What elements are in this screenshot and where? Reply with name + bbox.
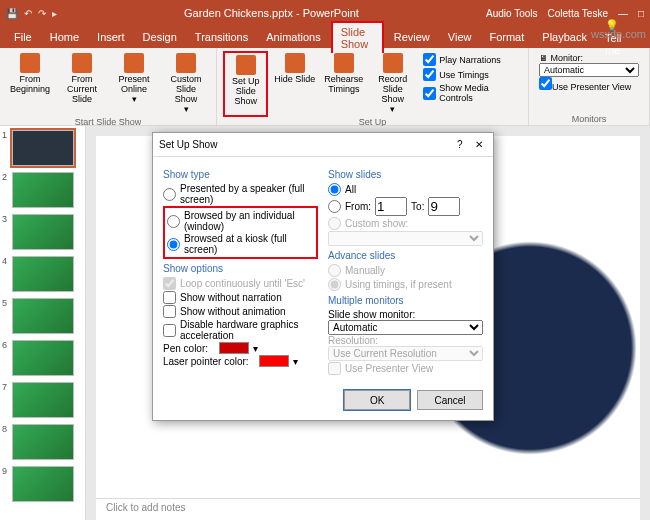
thumbnail[interactable]: 1 <box>4 130 81 166</box>
tab-home[interactable]: Home <box>42 28 87 46</box>
show-type-heading: Show type <box>163 169 318 180</box>
thumbnail[interactable]: 2 <box>4 172 81 208</box>
tab-insert[interactable]: Insert <box>89 28 133 46</box>
opt-all-slides[interactable]: All <box>328 183 483 196</box>
from-input[interactable] <box>375 197 407 216</box>
tab-format[interactable]: Format <box>481 28 532 46</box>
from-current-button[interactable]: From Current Slide <box>58 51 106 117</box>
opt-custom-show: Custom show: <box>328 217 483 230</box>
set-up-slide-show-button[interactable]: Set Up Slide Show <box>223 51 268 117</box>
group-label: Monitors <box>535 114 643 124</box>
opt-disable-hw[interactable]: Disable hardware graphics acceleration <box>163 319 318 341</box>
to-input[interactable] <box>428 197 460 216</box>
opt-no-narration[interactable]: Show without narration <box>163 291 318 304</box>
from-beginning-icon <box>20 53 40 73</box>
dialog-titlebar: Set Up Show ? ✕ <box>153 133 493 157</box>
quick-access-toolbar: 💾 ↶ ↷ ▸ <box>6 8 57 19</box>
slide-monitor-select[interactable]: Automatic <box>328 320 483 335</box>
close-icon[interactable]: ✕ <box>471 139 487 150</box>
advance-heading: Advance slides <box>328 250 483 261</box>
present-online-button[interactable]: Present Online▾ <box>110 51 158 117</box>
opt-timings: Using timings, if present <box>328 278 483 291</box>
opt-from-to[interactable]: From: To: <box>328 197 483 216</box>
show-options-heading: Show options <box>163 263 318 274</box>
presenter-view-check[interactable]: Use Presenter View <box>539 82 631 92</box>
opt-manually: Manually <box>328 264 483 277</box>
record-button[interactable]: Record Slide Show▾ <box>370 51 415 117</box>
hide-slide-button[interactable]: Hide Slide <box>272 51 317 117</box>
tab-transitions[interactable]: Transitions <box>187 28 256 46</box>
ribbon-tabs: File Home Insert Design Transitions Anim… <box>0 26 650 48</box>
opt-presenter-view: Use Presenter View <box>328 362 483 375</box>
rehearse-button[interactable]: Rehearse Timings <box>321 51 366 117</box>
opt-no-animation[interactable]: Show without animation <box>163 305 318 318</box>
thumbnail[interactable]: 6 <box>4 340 81 376</box>
redo-icon[interactable]: ↷ <box>38 8 46 19</box>
title-bar: 💾 ↶ ↷ ▸ Garden Chickens.pptx - PowerPoin… <box>0 0 650 26</box>
ribbon-group-setup: Set Up Slide Show Hide Slide Rehearse Ti… <box>217 48 529 125</box>
record-icon <box>383 53 403 73</box>
window-title: Garden Chickens.pptx - PowerPoint <box>57 7 486 19</box>
opt-speaker[interactable]: Presented by a speaker (full screen) <box>163 183 318 205</box>
custom-show-button[interactable]: Custom Slide Show▾ <box>162 51 210 117</box>
thumbnail[interactable]: 4 <box>4 256 81 292</box>
pen-color-picker[interactable] <box>219 342 249 354</box>
start-icon[interactable]: ▸ <box>52 8 57 19</box>
thumbnail[interactable]: 8 <box>4 424 81 460</box>
from-beginning-button[interactable]: From Beginning <box>6 51 54 117</box>
play-narrations-check[interactable]: Play Narrations <box>423 53 518 66</box>
set-up-show-dialog: Set Up Show ? ✕ Show type Presented by a… <box>152 132 494 421</box>
dialog-title: Set Up Show <box>159 139 217 150</box>
cancel-button[interactable]: Cancel <box>417 390 483 410</box>
laser-color-picker[interactable] <box>259 355 289 367</box>
thumbnail[interactable]: 5 <box>4 298 81 334</box>
ok-button[interactable]: OK <box>344 390 410 410</box>
rehearse-icon <box>334 53 354 73</box>
show-slides-heading: Show slides <box>328 169 483 180</box>
show-media-check[interactable]: Show Media Controls <box>423 83 518 103</box>
help-icon[interactable]: ? <box>457 139 463 150</box>
tab-view[interactable]: View <box>440 28 480 46</box>
custom-show-icon <box>176 53 196 73</box>
ribbon: From Beginning From Current Slide Presen… <box>0 48 650 126</box>
monitor-select[interactable]: Automatic <box>539 63 639 77</box>
from-current-icon <box>72 53 92 73</box>
thumbnail[interactable]: 7 <box>4 382 81 418</box>
opt-kiosk[interactable]: Browsed at a kiosk (full screen) <box>167 233 314 255</box>
present-online-icon <box>124 53 144 73</box>
monitor-icon: 🖥 <box>539 53 548 63</box>
setup-icon <box>236 55 256 75</box>
undo-icon[interactable]: ↶ <box>24 8 32 19</box>
tab-animations[interactable]: Animations <box>258 28 328 46</box>
ribbon-group-monitors: 🖥 Monitor: Automatic Use Presenter View … <box>529 48 650 125</box>
custom-show-select <box>328 231 483 246</box>
opt-loop: Loop continuously until 'Esc' <box>163 277 318 290</box>
notes-pane[interactable]: Click to add notes <box>96 498 640 520</box>
save-icon[interactable]: 💾 <box>6 8 18 19</box>
opt-individual[interactable]: Browsed by an individual (window) <box>167 210 314 232</box>
hide-slide-icon <box>285 53 305 73</box>
tab-file[interactable]: File <box>6 28 40 46</box>
tab-review[interactable]: Review <box>386 28 438 46</box>
context-tab-label: Audio Tools <box>486 8 538 19</box>
thumbnail[interactable]: 9 <box>4 466 81 502</box>
resolution-select: Use Current Resolution <box>328 346 483 361</box>
ribbon-group-start: From Beginning From Current Slide Presen… <box>0 48 217 125</box>
tab-playback[interactable]: Playback <box>534 28 595 46</box>
tab-design[interactable]: Design <box>135 28 185 46</box>
slide-thumbnails[interactable]: 1 2 3 4 5 6 7 8 9 <box>0 126 86 520</box>
thumbnail[interactable]: 3 <box>4 214 81 250</box>
watermark: wsxdn.com <box>591 28 646 40</box>
multi-mon-heading: Multiple monitors <box>328 295 483 306</box>
use-timings-check[interactable]: Use Timings <box>423 68 518 81</box>
